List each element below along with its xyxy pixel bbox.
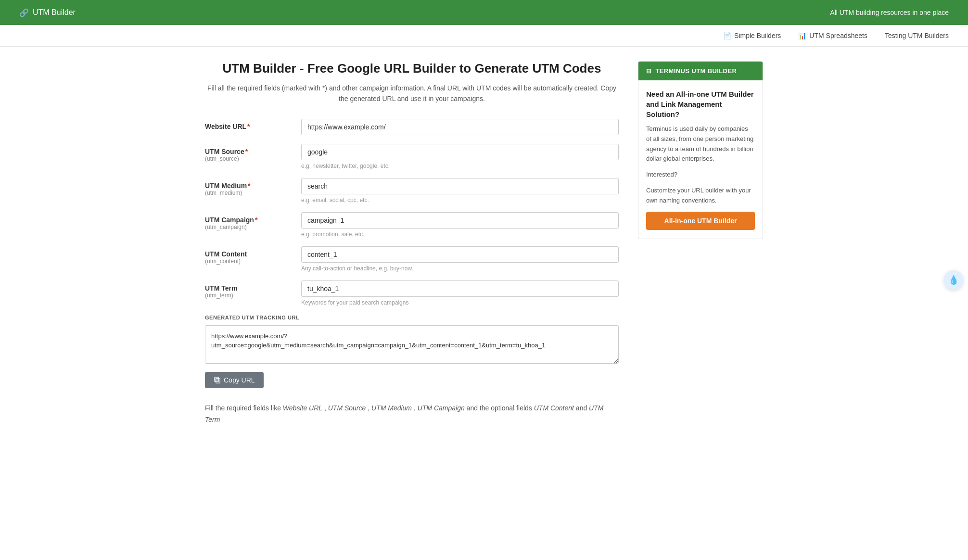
brand-label: UTM Builder — [33, 8, 76, 17]
topbar: 🔗 UTM Builder All UTM building resources… — [0, 0, 968, 25]
terminus-icon: ⊟ — [646, 67, 651, 75]
sidebar-para1: Terminus is used daily by companies of a… — [646, 124, 755, 164]
utm-source-input[interactable] — [301, 144, 619, 160]
page-description: Fill all the required fields (marked wit… — [205, 83, 619, 104]
spreadsheet-icon: 📊 — [798, 32, 806, 39]
all-in-one-utm-builder-button[interactable]: All-in-one UTM Builder — [646, 212, 755, 230]
secondary-nav: 📄 Simple Builders 📊 UTM Spreadsheets Tes… — [0, 25, 968, 47]
sidebar-heading: Need an All-in-one UTM Builder and Link … — [646, 89, 755, 119]
svg-rect-1 — [215, 377, 218, 382]
form-row-website-url: Website URL* — [205, 119, 619, 135]
utm-term-input[interactable] — [301, 280, 619, 297]
floating-widget: 💧 — [944, 270, 963, 290]
field-website-url — [301, 119, 619, 135]
sidebar-card: ⊟ TERMINUS UTM BUILDER Need an All-in-on… — [638, 61, 763, 239]
brand-icon: 🔗 — [19, 8, 29, 17]
sidebar-interested: Interested? — [646, 170, 755, 180]
sidebar-card-header: ⊟ TERMINUS UTM BUILDER — [638, 62, 763, 80]
form-row-utm-medium: UTM Medium* (utm_medium) e.g. email, soc… — [205, 178, 619, 204]
utm-medium-input[interactable] — [301, 178, 619, 194]
main-column: UTM Builder - Free Google URL Builder to… — [205, 61, 619, 425]
label-website-url: Website URL* — [205, 119, 301, 130]
generated-section: GENERATED UTM TRACKING URL https://www.e… — [205, 315, 619, 388]
copy-icon — [214, 376, 221, 383]
sidebar-para2: Customize your URL builder with your own… — [646, 186, 755, 206]
generated-url-textarea[interactable]: https://www.example.com/?utm_source=goog… — [205, 325, 619, 364]
nav-testing-utm-builders[interactable]: Testing UTM Builders — [885, 32, 949, 39]
form-row-utm-term: UTM Term (utm_term) Keywords for your pa… — [205, 280, 619, 306]
website-url-input[interactable] — [301, 119, 619, 135]
nav-simple-builders[interactable]: 📄 Simple Builders — [723, 32, 781, 39]
sidebar-column: ⊟ TERMINUS UTM BUILDER Need an All-in-on… — [638, 61, 763, 425]
page-title: UTM Builder - Free Google URL Builder to… — [205, 61, 619, 76]
utm-campaign-input[interactable] — [301, 212, 619, 229]
footer-note: Fill the required fields like Website UR… — [205, 403, 619, 426]
utm-content-input[interactable] — [301, 246, 619, 263]
form-row-utm-source: UTM Source* (utm_source) e.g. newsletter… — [205, 144, 619, 169]
form-row-utm-content: UTM Content (utm_content) Any call-to-ac… — [205, 246, 619, 272]
topbar-tagline: All UTM building resources in one place — [830, 9, 949, 16]
doc-icon: 📄 — [723, 32, 731, 39]
nav-utm-spreadsheets[interactable]: 📊 UTM Spreadsheets — [798, 32, 867, 39]
page-content: UTM Builder - Free Google URL Builder to… — [195, 47, 773, 440]
brand: 🔗 UTM Builder — [19, 8, 76, 17]
sidebar-card-body: Need an All-in-one UTM Builder and Link … — [638, 80, 763, 239]
copy-url-button[interactable]: Copy URL — [205, 372, 264, 388]
form-row-utm-campaign: UTM Campaign* (utm_campaign) e.g. promot… — [205, 212, 619, 238]
generated-label: GENERATED UTM TRACKING URL — [205, 315, 619, 320]
